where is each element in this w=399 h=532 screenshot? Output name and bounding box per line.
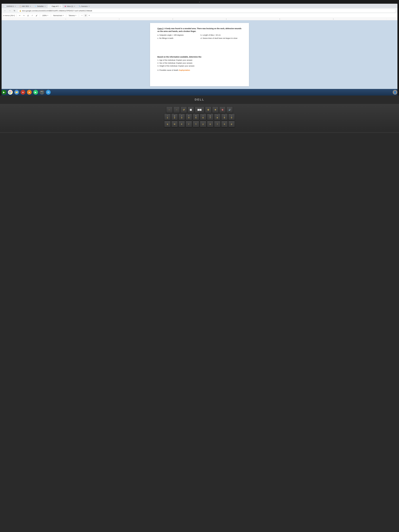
- tab-bar: 📄 KARAN S ✕ 📋 AIM: REG ✕ 📧 DeltaMat ✕: [2, 4, 397, 8]
- back-button[interactable]: ←: [3, 9, 7, 13]
- tab-icon-deltamat: 📧: [35, 5, 37, 7]
- text-style-dropdown[interactable]: Normal text ▼: [52, 14, 64, 17]
- key-3[interactable]: # 3: [178, 114, 185, 120]
- document-area: Case 2: A body was found in a wooded are…: [2, 20, 397, 89]
- forward-button[interactable]: →: [8, 9, 12, 13]
- key-refresh[interactable]: ↺: [181, 107, 187, 113]
- question-2: 2. Sex of the individual. Explain your a…: [157, 62, 242, 64]
- taskbar-red-app[interactable]: ●: [21, 90, 25, 95]
- spellcheck-button[interactable]: ✓: [31, 14, 34, 17]
- tab-icon-copy: 📄: [49, 5, 51, 7]
- tab-copy[interactable]: 📄 Copy of C ✕: [48, 5, 63, 8]
- menus-hint: e menus (Alt+/): [3, 14, 15, 17]
- tab-close-copy[interactable]: ✕: [59, 5, 61, 7]
- tab-icon-forensics: 🔍: [79, 5, 81, 7]
- keyboard-nav-row: ← → ↺ ⬜ ⬜⬜ ⚙ ☀ 🔇 🔊: [5, 107, 394, 113]
- key-5[interactable]: % 5: [193, 114, 199, 120]
- tab-forensics[interactable]: 🔍 forensics ✕: [77, 5, 91, 8]
- document-spacer: [157, 43, 242, 53]
- key-t[interactable]: t: [193, 121, 199, 127]
- taskbar-user-avatar[interactable]: 👤: [393, 90, 397, 95]
- paint-format-button[interactable]: 🖌: [35, 14, 38, 17]
- key-i[interactable]: i: [214, 121, 221, 127]
- key-fullscreen[interactable]: ⬜: [188, 107, 194, 113]
- redo-button[interactable]: ↪: [22, 14, 25, 17]
- taskbar-mail[interactable]: ✉: [46, 90, 51, 95]
- taskbar-chrome[interactable]: [8, 90, 13, 95]
- key-9[interactable]: ( 9: [221, 114, 228, 120]
- reload-button[interactable]: ↻: [13, 9, 16, 13]
- font-dropdown[interactable]: Tahoma ▼: [68, 14, 77, 17]
- key-y[interactable]: y: [200, 121, 206, 127]
- key-p[interactable]: p: [228, 121, 235, 127]
- possible-cause: 4. Possible cause of death Asphyxiation: [157, 69, 242, 71]
- key-forward[interactable]: →: [173, 107, 180, 113]
- detail-c: c. No fillings in teeth: [157, 37, 198, 40]
- key-q[interactable]: q: [164, 121, 171, 127]
- tab-aim[interactable]: 📋 AIM: REG ✕: [18, 5, 33, 8]
- svg-point-1: [10, 92, 11, 93]
- keyboard-qwerty-row: q w e r t y u i o p: [5, 121, 394, 127]
- key-8[interactable]: * 8: [214, 114, 221, 120]
- key-2[interactable]: @ 2: [171, 114, 178, 120]
- question-1: 1. Age of the individual. Explain your a…: [157, 59, 242, 62]
- doc-toolbar: e menus (Alt+/) ↩ ↪ 🖨 ✓ 🖌 100% ▼ Normal …: [2, 13, 397, 18]
- font-dropdown-arrow: ▼: [75, 15, 76, 16]
- tab-close-aim[interactable]: ✕: [30, 5, 31, 7]
- zoom-dropdown-arrow: ▼: [47, 15, 48, 16]
- key-4[interactable]: $ 4: [186, 114, 192, 120]
- address-bar-row: ← → ↻ 🔒 docs.google.com/document/d/1nAAB…: [2, 8, 397, 13]
- site-security-icon: 🔒: [19, 10, 21, 12]
- tab-close-karan[interactable]: ✕: [14, 5, 16, 7]
- key-o[interactable]: o: [221, 121, 228, 127]
- questions-list: 1. Age of the individual. Explain your a…: [157, 59, 242, 67]
- key-window[interactable]: ⬜⬜: [195, 107, 204, 113]
- tab-icon-karan: 📄: [4, 5, 6, 7]
- key-0[interactable]: ) 0: [228, 114, 235, 120]
- key-back[interactable]: ←: [166, 107, 173, 113]
- font-size-control: − +: [81, 14, 91, 17]
- key-7[interactable]: & 7: [207, 114, 213, 120]
- tab-karan[interactable]: 📄 KARAN S ✕: [3, 5, 18, 8]
- tab-icon-aim: 📋: [19, 5, 21, 7]
- key-brightness-down[interactable]: ⚙: [205, 107, 211, 113]
- print-button[interactable]: 🖨: [26, 14, 30, 17]
- key-volume-up[interactable]: 🔊: [226, 107, 233, 113]
- key-r[interactable]: r: [186, 121, 192, 127]
- key-1[interactable]: ! 1: [164, 114, 171, 120]
- tab-deltamat[interactable]: 📧 DeltaMat ✕: [33, 5, 47, 8]
- webcam-indicator: [199, 2, 200, 3]
- question-3: 3. Height of the individual. Explain you…: [157, 65, 242, 67]
- key-mute[interactable]: 🔇: [219, 107, 226, 113]
- taskbar-orange-app[interactable]: ●: [27, 90, 32, 95]
- taskbar-folder[interactable]: 📁: [14, 90, 19, 95]
- tab-inbox[interactable]: M Inbox (1) ✕: [63, 5, 77, 8]
- text-style-arrow: ▼: [63, 15, 64, 16]
- tab-icon-inbox: M: [64, 5, 66, 7]
- detail-d: d. Suture lines of skull have not begun …: [201, 37, 242, 40]
- font-size-increase[interactable]: +: [88, 14, 91, 17]
- key-u[interactable]: u: [207, 121, 213, 127]
- taskbar-play2[interactable]: ▶: [33, 90, 38, 95]
- key-w[interactable]: w: [171, 121, 178, 127]
- address-bar[interactable]: 🔒 docs.google.com/document/d/1nAABBOVut4…: [17, 9, 396, 13]
- key-e[interactable]: e: [178, 121, 185, 127]
- cause-highlight: Asphyxiation: [179, 69, 190, 71]
- key-6[interactable]: ^ 6: [200, 114, 206, 120]
- tab-close-inbox[interactable]: ✕: [74, 5, 75, 7]
- laptop-hinge: DELL: [0, 95, 399, 104]
- case-details-grid: a. Subpubic angle = 106 degrees b. Lengt…: [157, 34, 242, 40]
- key-brightness-up[interactable]: ☀: [212, 107, 219, 113]
- tab-close-forensics[interactable]: ✕: [88, 5, 90, 7]
- taskbar-camera[interactable]: 📷: [40, 90, 44, 95]
- font-size-decrease[interactable]: −: [81, 14, 83, 17]
- keyboard-area: ← → ↺ ⬜ ⬜⬜ ⚙ ☀ 🔇 🔊 ! 1 @ 2 # 3: [0, 104, 399, 132]
- zoom-dropdown[interactable]: 100% ▼: [42, 14, 49, 17]
- doc-page: Case 2: A body was found in a wooded are…: [150, 23, 249, 86]
- font-size-input[interactable]: [84, 14, 88, 17]
- taskbar-play[interactable]: ▶: [2, 90, 6, 95]
- tab-close-deltamat[interactable]: ✕: [44, 5, 46, 7]
- ruler-content: · 1 2 3 4 5 6 ·: [12, 18, 387, 20]
- undo-button[interactable]: ↩: [18, 14, 21, 17]
- detail-a: a. Subpubic angle = 106 degrees: [157, 34, 198, 36]
